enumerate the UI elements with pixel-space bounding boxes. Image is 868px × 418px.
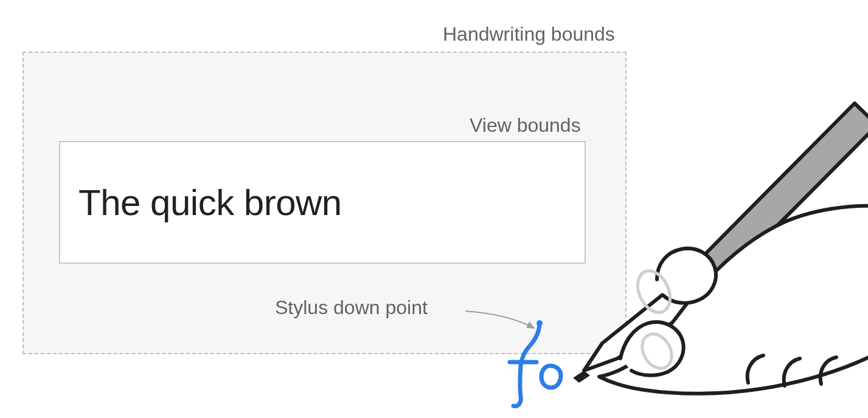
- handwriting-bounds-label: Handwriting bounds: [443, 23, 615, 46]
- stylus-down-point-label: Stylus down point: [275, 296, 428, 319]
- text-input[interactable]: The quick brown: [59, 141, 586, 264]
- view-bounds-label: View bounds: [470, 114, 581, 137]
- svg-point-1: [631, 266, 676, 318]
- text-input-value: The quick brown: [78, 182, 342, 224]
- svg-point-2: [636, 329, 678, 374]
